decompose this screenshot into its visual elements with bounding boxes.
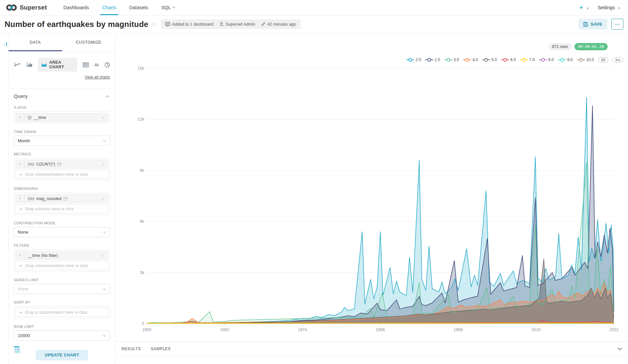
filter-field[interactable]: × __time (No filter) ›: [15, 251, 108, 260]
tab-customize[interactable]: CUSTOMIZE: [62, 34, 116, 51]
chevron-down-icon: ▼: [586, 7, 589, 10]
table-icon[interactable]: [83, 62, 89, 67]
legend-marker-icon: [520, 58, 528, 62]
remove-icon[interactable]: ×: [16, 113, 25, 122]
save-button[interactable]: SAVE: [578, 19, 607, 30]
bar-chart-icon[interactable]: [27, 62, 33, 67]
owner-meta[interactable]: Superset Admin: [219, 22, 255, 27]
viz-type-area-chart[interactable]: AREA CHART: [38, 58, 77, 72]
superset-logo[interactable]: Superset: [0, 0, 52, 15]
query-timer-badge[interactable]: 00:00:01.28: [574, 43, 608, 50]
save-icon: [583, 22, 588, 27]
line-chart-icon[interactable]: [14, 62, 21, 67]
metric-value: COUNT(*): [36, 162, 55, 167]
viz-type-row: AREA CHART 4k: [9, 51, 115, 72]
remove-icon[interactable]: ×: [16, 160, 25, 168]
x-tick-label: 1998: [454, 328, 463, 332]
table-badge-icon: [64, 197, 67, 200]
expand-panel-icon[interactable]: →: [2, 42, 7, 46]
settings-menu[interactable]: Settings ▼: [598, 5, 621, 10]
pie-chart-icon[interactable]: [104, 62, 110, 68]
nav-datasets[interactable]: Datasets: [123, 0, 155, 15]
remove-icon[interactable]: ×: [16, 194, 25, 203]
more-options-button[interactable]: ⋯: [611, 19, 623, 30]
dashboard-icon: [165, 22, 170, 26]
legend-marker-icon: [482, 58, 490, 62]
legend-item[interactable]: 7.0: [520, 57, 535, 62]
filters-dropzone[interactable]: + Drop columns/metrics here or click: [15, 261, 108, 270]
legend-button-inv[interactable]: Inv: [613, 57, 623, 62]
plus-icon: +: [19, 172, 22, 177]
chart-meta: Added to 1 dashboard Superset Admin 42 m…: [161, 19, 301, 29]
favorite-star-icon[interactable]: ☆: [152, 21, 157, 28]
chart-legend: 2.01.03.04.05.06.07.08.09.010.0AllInv: [406, 57, 623, 62]
time-grain-select[interactable]: Month: [14, 136, 110, 146]
legend-marker-icon: [444, 58, 452, 62]
plus-icon: +: [19, 263, 22, 268]
tab-results[interactable]: RESULTS: [122, 347, 141, 351]
legend-button-all[interactable]: All: [598, 57, 608, 62]
view-all-charts-link[interactable]: View all charts: [9, 72, 115, 80]
row-limit-label: ROW LIMIT: [14, 325, 110, 329]
y-tick-label: 0: [142, 321, 144, 326]
area-chart[interactable]: 03k6k9k12k15k195019621974198619982010202…: [116, 34, 628, 364]
function-icon: ƒ(x): [28, 196, 34, 201]
query-title: Query: [14, 93, 28, 99]
legend-item[interactable]: 8.0: [539, 57, 554, 62]
navbar: Superset Dashboards Charts Datasets SQL …: [0, 0, 628, 15]
filters-group: × __time (No filter) › + Drop columns/me…: [14, 249, 110, 272]
time-grain-value: Month: [18, 138, 30, 143]
collapse-results-button[interactable]: [617, 348, 622, 350]
plus-icon: +: [579, 4, 583, 11]
clock-icon: [28, 116, 32, 120]
viz-type-4k[interactable]: 4k: [94, 62, 99, 67]
nav-dashboards[interactable]: Dashboards: [57, 0, 96, 15]
function-icon: ƒ(x): [28, 162, 34, 167]
sort-by-dropzone[interactable]: + Drop a column/metric here or click: [15, 308, 108, 317]
update-chart-button[interactable]: UPDATE CHART: [36, 350, 88, 360]
x-tick-label: 1962: [220, 328, 229, 332]
dimensions-dropzone[interactable]: + Drop columns here or click: [15, 204, 108, 213]
legend-label: 9.0: [567, 57, 573, 62]
legend-item[interactable]: 6.0: [501, 57, 516, 62]
row-count-badge: 872 rows: [549, 43, 572, 50]
legend-item[interactable]: 9.0: [558, 57, 573, 62]
nav-sql[interactable]: SQL ▼: [155, 0, 182, 15]
legend-item[interactable]: 10.0: [577, 57, 594, 62]
dashboards-meta[interactable]: Added to 1 dashboard: [165, 22, 213, 27]
legend-label: 5.0: [491, 57, 497, 62]
modified-meta[interactable]: 42 minutes ago: [261, 22, 296, 27]
filters-label: FILTERS: [14, 243, 110, 247]
x-tick-label: 1950: [142, 328, 151, 332]
chevron-down-icon: [103, 231, 106, 233]
tab-data[interactable]: DATA: [9, 34, 62, 51]
chevron-down-icon: [103, 288, 106, 290]
remove-icon[interactable]: ×: [16, 251, 25, 260]
control-panel: DATA CUSTOMIZE AREA CHART: [9, 34, 116, 364]
metric-count-field[interactable]: × ƒ(x) COUNT(*) ›: [15, 160, 108, 169]
partial-checkbox[interactable]: [14, 348, 20, 353]
main-nav: Dashboards Charts Datasets SQL ▼: [57, 0, 182, 15]
series-limit-label: SERIES LIMIT: [14, 278, 110, 282]
legend-label: 8.0: [548, 57, 554, 62]
legend-item[interactable]: 2.0: [406, 57, 421, 62]
legend-item[interactable]: 3.0: [444, 57, 459, 62]
x-axis-field[interactable]: × __time ›: [15, 113, 108, 122]
area-chart-icon: [41, 62, 47, 67]
legend-item[interactable]: 5.0: [482, 57, 497, 62]
query-section-header[interactable]: Query: [9, 88, 115, 99]
metrics-dropzone[interactable]: + Drop columns/metrics here or click: [15, 170, 108, 179]
legend-marker-icon: [406, 58, 414, 62]
series-limit-select[interactable]: None: [14, 284, 110, 294]
legend-item[interactable]: 1.0: [425, 57, 440, 62]
person-icon: [219, 22, 224, 26]
row-limit-select[interactable]: 10000: [14, 330, 110, 341]
save-label: SAVE: [591, 22, 602, 27]
tab-samples[interactable]: SAMPLES: [151, 347, 171, 351]
new-item-button[interactable]: + ▼: [579, 4, 589, 11]
nav-charts[interactable]: Charts: [96, 0, 123, 15]
legend-item[interactable]: 4.0: [463, 57, 478, 62]
chevron-down-icon: ▼: [172, 6, 175, 9]
dimension-field[interactable]: × ƒ(x) mag_rounded ›: [15, 194, 108, 203]
contribution-mode-select[interactable]: None: [14, 227, 110, 237]
